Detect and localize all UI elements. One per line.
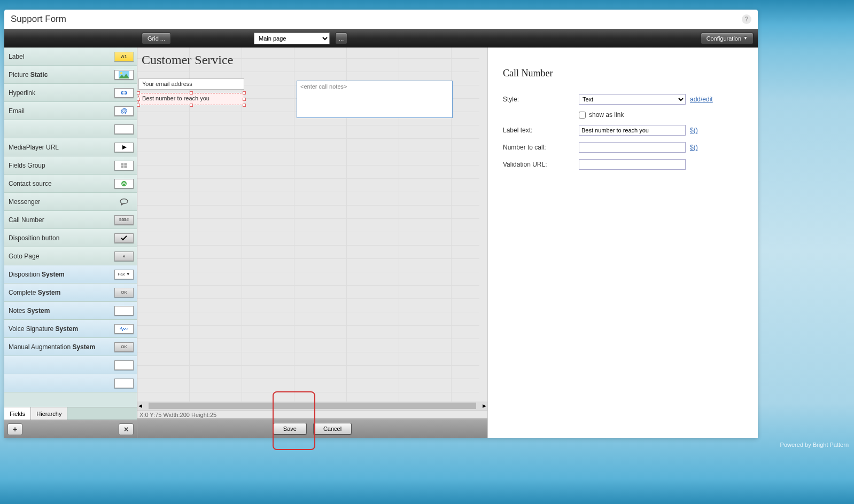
gotopage-chip-icon: »	[114, 251, 134, 261]
svg-point-2	[121, 181, 127, 186]
palette-item-label[interactable]: Label A1	[4, 48, 137, 66]
page-title: Support Form	[11, 14, 66, 25]
palette-item-hyperlink[interactable]: Hyperlink	[4, 84, 137, 102]
style-select[interactable]: Text	[579, 94, 686, 105]
cancel-button[interactable]: Cancel	[313, 423, 352, 435]
check-chip-icon	[114, 233, 134, 243]
link-chip-icon	[114, 88, 134, 98]
action-bar: Save Cancel	[137, 419, 487, 438]
palette-item-contactsource[interactable]: Contact source	[4, 175, 137, 193]
tab-hierarchy[interactable]: Hierarchy	[31, 407, 67, 420]
palette-item-email[interactable]: Email @	[4, 102, 137, 120]
wave-chip-icon	[114, 324, 134, 334]
footer-brand: Powered by Bright Pattern	[780, 442, 849, 448]
picture-chip-icon	[114, 70, 134, 80]
horizontal-scrollbar[interactable]: ◀ ▶	[137, 401, 487, 410]
body: Label A1 Picture Static Hyperlink Em	[4, 48, 758, 438]
contact-chip-icon	[114, 179, 134, 188]
palette-item-fieldsgroup[interactable]: Fields Group ▦▦▦▦	[4, 156, 137, 175]
properties-panel: Call Number Style: Text add/edit show as…	[487, 48, 758, 438]
help-icon[interactable]: ?	[742, 14, 751, 24]
properties-title: Call Number	[503, 68, 743, 79]
palette-item-disposition-system[interactable]: Disposition System Fax ▼	[4, 265, 137, 284]
chevron-down-icon: ▼	[743, 36, 748, 41]
fax-chip-icon: Fax ▼	[114, 270, 134, 279]
showlink-checkbox[interactable]	[579, 112, 586, 119]
palette-item-voicesig-system[interactable]: Voice Signature System	[4, 320, 137, 338]
validation-input[interactable]	[579, 159, 686, 170]
palette-item-empty-2	[4, 356, 137, 374]
addedit-link[interactable]: add/edit	[690, 96, 713, 103]
svg-point-3	[120, 199, 128, 203]
add-button[interactable]: +	[7, 423, 22, 435]
canvas-scroll[interactable]: Customer Service Your email address Best…	[137, 48, 487, 401]
sidebar: Label A1 Picture Static Hyperlink Em	[4, 48, 137, 438]
palette-item-empty-3	[4, 374, 137, 392]
number-input[interactable]	[579, 142, 686, 153]
labeltext-input[interactable]	[579, 125, 686, 136]
scroll-left-icon[interactable]: ◀	[137, 403, 143, 408]
palette-footer: + ×	[4, 420, 137, 438]
showlink-label: show as link	[589, 111, 624, 119]
label-chip-icon: A1	[114, 52, 134, 61]
palette-item-picture[interactable]: Picture Static	[4, 66, 137, 84]
page-select[interactable]: Main page	[254, 33, 330, 44]
palette-item-callnumber[interactable]: Call Number 555#	[4, 211, 137, 229]
labeltext-expr-link[interactable]: $()	[690, 127, 698, 134]
canvas-area: Customer Service Your email address Best…	[137, 48, 487, 438]
palette-item-disposition-button[interactable]: Disposition button	[4, 229, 137, 247]
form-title: Customer Service	[137, 48, 487, 73]
palette-item-manualaug-system[interactable]: Manual Augmentation System OK	[4, 338, 137, 356]
delete-button[interactable]: ×	[119, 423, 134, 435]
palette-item-mediaplayer[interactable]: MediaPlayer URL	[4, 138, 137, 156]
prop-row-number: Number to call: $()	[503, 142, 743, 153]
canvas-grid: Customer Service	[137, 48, 487, 73]
app-window: Support Form ? Grid ... Main page ... Co…	[4, 10, 758, 438]
palette-tabs: Fields Hierarchy	[4, 407, 137, 420]
chat-chip-icon	[114, 198, 134, 206]
palette-item-notes-system[interactable]: Notes System	[4, 302, 137, 320]
play-chip-icon	[114, 143, 134, 152]
notes-field-element[interactable]: <enter call notes>	[297, 81, 453, 118]
svg-point-1	[120, 72, 122, 74]
ok-chip-icon: OK	[114, 288, 134, 297]
palette-item-complete-system[interactable]: Complete System OK	[4, 284, 137, 302]
configuration-label: Configuration	[707, 35, 741, 42]
callnumber-field-element[interactable]: Best number to reach you	[138, 93, 244, 105]
ok2-chip-icon: OK	[114, 342, 134, 352]
header-bar: Support Form ?	[4, 10, 758, 29]
prop-row-style: Style: Text add/edit	[503, 94, 743, 105]
prop-row-showlink: show as link	[503, 111, 743, 119]
validation-label: Validation URL:	[503, 161, 579, 168]
palette-item-gotopage[interactable]: Goto Page »	[4, 247, 137, 265]
page-more-button[interactable]: ...	[335, 33, 347, 44]
tab-fields[interactable]: Fields	[4, 407, 31, 420]
email-chip-icon: @	[114, 106, 134, 116]
component-palette: Label A1 Picture Static Hyperlink Em	[4, 48, 137, 407]
status-bar: X:0 Y:75 Width:200 Height:25	[137, 410, 487, 419]
prop-row-validation: Validation URL:	[503, 159, 743, 170]
grid-chip-icon: ▦▦▦▦	[114, 161, 134, 170]
save-button[interactable]: Save	[273, 423, 307, 435]
palette-item-empty-1	[4, 120, 137, 138]
callnumber-chip-icon: 555#	[114, 215, 134, 225]
email-field-element[interactable]: Your email address	[138, 78, 244, 90]
scroll-right-icon[interactable]: ▶	[482, 403, 487, 408]
prop-row-labeltext: Label text: $()	[503, 125, 743, 136]
style-label: Style:	[503, 96, 579, 103]
configuration-button[interactable]: Configuration ▼	[701, 33, 754, 44]
grid-button[interactable]: Grid ...	[142, 33, 171, 44]
notes-chip-icon	[114, 306, 134, 316]
labeltext-label: Label text:	[503, 127, 579, 134]
palette-item-messenger[interactable]: Messenger	[4, 193, 137, 211]
number-expr-link[interactable]: $()	[690, 144, 698, 151]
toolbar-left-spacer	[4, 29, 137, 48]
toolbar: Grid ... Main page ... Configuration ▼	[137, 29, 758, 48]
number-label: Number to call:	[503, 144, 579, 151]
